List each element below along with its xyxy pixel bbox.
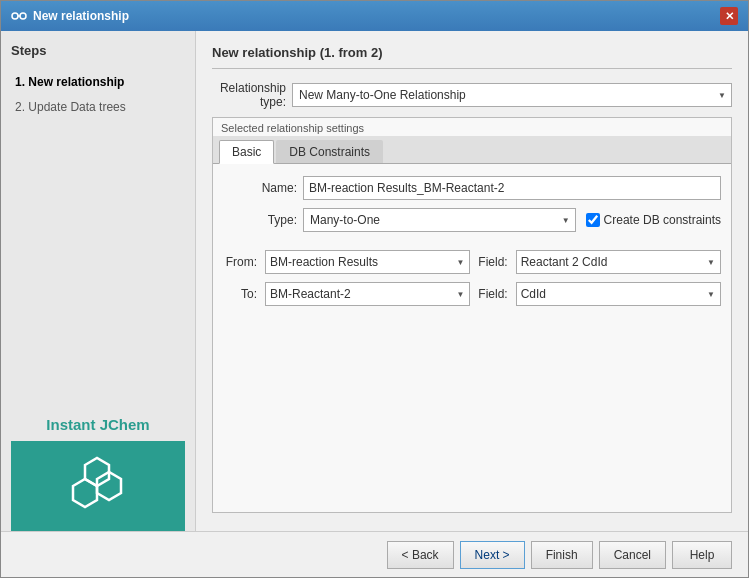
from-field-wrapper: Reactant 2 CdId bbox=[516, 250, 721, 274]
relationship-type-row: Relationship type: New Many-to-One Relat… bbox=[212, 81, 732, 109]
next-button[interactable]: Next > bbox=[460, 541, 525, 569]
svg-point-0 bbox=[12, 13, 18, 19]
from-table-wrapper: BM-reaction Results bbox=[265, 250, 470, 274]
to-field-select[interactable]: CdId bbox=[516, 282, 721, 306]
relationship-type-dropdown-wrapper: New Many-to-One Relationship New One-to-… bbox=[292, 83, 732, 107]
bottom-bar: < Back Next > Finish Cancel Help bbox=[1, 531, 748, 577]
to-table-wrapper: BM-Reactant-2 bbox=[265, 282, 470, 306]
dialog: New relationship ✕ Steps 1. New relation… bbox=[0, 0, 749, 578]
sidebar-step-2: 2. Update Data trees bbox=[11, 95, 185, 120]
close-button[interactable]: ✕ bbox=[720, 7, 738, 25]
to-table-select[interactable]: BM-Reactant-2 bbox=[265, 282, 470, 306]
brand-logo-icon bbox=[63, 451, 133, 521]
name-row: Name: bbox=[223, 176, 721, 200]
create-db-constraints-label[interactable]: Create DB constraints bbox=[586, 213, 721, 227]
back-button[interactable]: < Back bbox=[387, 541, 454, 569]
create-db-constraints-checkbox[interactable] bbox=[586, 213, 600, 227]
step-1-label: New relationship bbox=[28, 75, 124, 89]
settings-group: Selected relationship settings Basic DB … bbox=[212, 117, 732, 513]
sidebar-spacer bbox=[11, 120, 185, 408]
sidebar-step-1: 1. New relationship bbox=[11, 70, 185, 95]
finish-button[interactable]: Finish bbox=[531, 541, 593, 569]
from-label: From: bbox=[223, 255, 261, 269]
sidebar-title: Steps bbox=[11, 43, 185, 58]
to-field-wrapper: CdId bbox=[516, 282, 721, 306]
tab-content: Name: Type: Many-to-One One-to-M bbox=[213, 164, 731, 326]
create-db-constraints-text: Create DB constraints bbox=[604, 213, 721, 227]
tab-db-constraints[interactable]: DB Constraints bbox=[276, 140, 383, 163]
to-row: To: BM-Reactant-2 Field: CdId bbox=[223, 282, 721, 306]
dialog-icon bbox=[11, 8, 27, 24]
settings-group-title: Selected relationship settings bbox=[213, 118, 731, 136]
from-table-select[interactable]: BM-reaction Results bbox=[265, 250, 470, 274]
relationship-type-select[interactable]: New Many-to-One Relationship New One-to-… bbox=[292, 83, 732, 107]
cancel-button[interactable]: Cancel bbox=[599, 541, 666, 569]
brand-logo bbox=[11, 441, 185, 531]
spacer bbox=[223, 240, 721, 250]
type-dropdown-wrapper: Many-to-One One-to-Many One-to-One bbox=[303, 208, 576, 232]
name-label: Name: bbox=[223, 181, 303, 195]
dialog-title: New relationship bbox=[33, 9, 129, 23]
main-content: Steps 1. New relationship 2. Update Data… bbox=[1, 31, 748, 531]
from-field-select[interactable]: Reactant 2 CdId bbox=[516, 250, 721, 274]
step-1-number: 1. bbox=[15, 75, 25, 89]
tab-basic[interactable]: Basic bbox=[219, 140, 274, 164]
brand-text: Instant JChem bbox=[11, 408, 185, 441]
step-2-number: 2. bbox=[15, 100, 25, 114]
title-bar: New relationship ✕ bbox=[1, 1, 748, 31]
sidebar: Steps 1. New relationship 2. Update Data… bbox=[1, 31, 196, 531]
right-panel: New relationship (1. from 2) Relationshi… bbox=[196, 31, 748, 531]
to-field-label: Field: bbox=[478, 287, 507, 301]
tabs: Basic DB Constraints bbox=[213, 136, 731, 164]
relationship-type-label: Relationship type: bbox=[212, 81, 292, 109]
panel-title: New relationship (1. from 2) bbox=[212, 45, 732, 69]
type-select[interactable]: Many-to-One One-to-Many One-to-One bbox=[303, 208, 576, 232]
type-row: Type: Many-to-One One-to-Many One-to-One bbox=[223, 208, 721, 232]
from-row: From: BM-reaction Results Field: Reactan… bbox=[223, 250, 721, 274]
title-bar-left: New relationship bbox=[11, 8, 129, 24]
svg-point-1 bbox=[20, 13, 26, 19]
to-label: To: bbox=[223, 287, 261, 301]
help-button[interactable]: Help bbox=[672, 541, 732, 569]
from-field-label: Field: bbox=[478, 255, 507, 269]
name-field-wrapper bbox=[303, 176, 721, 200]
svg-marker-5 bbox=[73, 479, 97, 507]
name-input[interactable] bbox=[303, 176, 721, 200]
step-2-label: Update Data trees bbox=[28, 100, 125, 114]
type-label: Type: bbox=[223, 213, 303, 227]
